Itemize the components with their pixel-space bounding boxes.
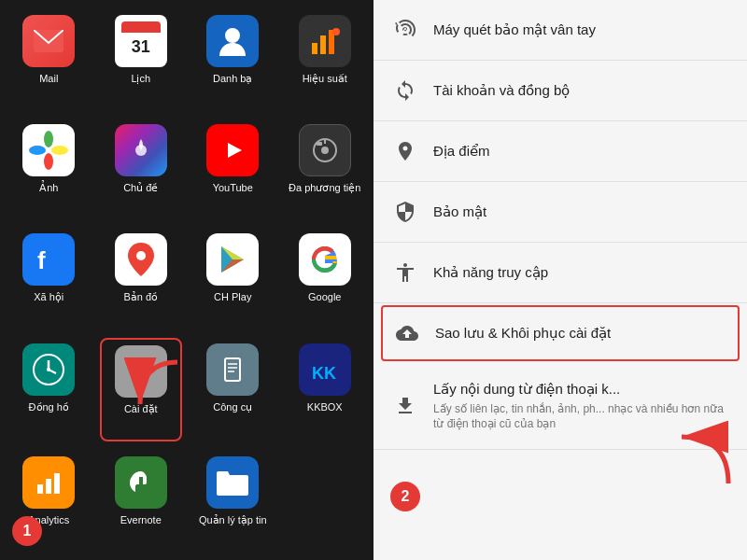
left-panel: Mail 31 Lịch Danh bạ — [0, 0, 374, 560]
tools-label: Công cụ — [213, 401, 252, 413]
app-calendar[interactable]: 31 Lịch — [100, 9, 183, 109]
security-icon — [392, 199, 418, 225]
youtube-icon — [206, 124, 259, 176]
settings-account[interactable]: Tài khoản và đồng bộ — [374, 61, 747, 121]
location-title: Địa điểm — [433, 142, 728, 161]
maps-icon — [115, 233, 167, 286]
kkbox-label: KKBOX — [307, 401, 343, 413]
clock-label: Đồng hồ — [29, 401, 69, 413]
evernote-label: Evernote — [120, 514, 162, 526]
app-google[interactable]: Google — [284, 228, 367, 328]
location-icon — [392, 138, 418, 164]
svg-point-14 — [321, 147, 329, 154]
maps-label: Bản đồ — [123, 291, 158, 303]
settings-location[interactable]: Địa điểm — [374, 121, 747, 182]
svg-rect-33 — [46, 479, 51, 494]
backup-icon — [394, 320, 420, 346]
calendar-label: Lịch — [131, 73, 150, 85]
google-label: Google — [308, 291, 341, 303]
mail-label: Mail — [39, 73, 58, 85]
backup-title: Sao lưu & Khôi phục cài đặt — [435, 324, 726, 343]
migrate-subtitle: Lấy số liên lạc, tin nhắn, ảnh, ph... nh… — [433, 401, 728, 433]
app-mail[interactable]: Mail — [7, 9, 91, 109]
settings-accessibility[interactable]: Khả năng truy cập — [374, 243, 747, 303]
app-themes[interactable]: Chủ đề — [100, 119, 183, 218]
app-kkbox[interactable]: KK KKBOX — [284, 338, 367, 441]
app-social[interactable]: f Xã hội — [7, 228, 91, 328]
svg-point-6 — [44, 131, 53, 147]
svg-point-9 — [29, 146, 46, 155]
fingerprint-icon — [392, 17, 418, 43]
fingerprint-text: Máy quét bảo mật vân tay — [433, 21, 728, 39]
settings-migrate[interactable]: Lấy nội dung từ điện thoại k... Lấy số l… — [374, 363, 747, 450]
migrate-icon — [392, 393, 418, 419]
app-grid: Mail 31 Lịch Danh bạ — [7, 9, 366, 551]
app-contacts[interactable]: Danh bạ — [191, 9, 275, 109]
account-title: Tài khoản và đồng bộ — [433, 81, 728, 100]
location-text: Địa điểm — [433, 142, 728, 161]
svg-rect-16 — [317, 142, 322, 146]
app-filemanager[interactable]: Quản lý tập tin — [191, 451, 275, 551]
settings-backup[interactable]: Sao lưu & Khôi phục cài đặt — [381, 305, 740, 361]
sync-icon — [392, 77, 418, 104]
tools-icon — [206, 343, 259, 396]
app-multimedia[interactable]: Đa phương tiện — [284, 119, 367, 218]
migrate-text: Lấy nội dung từ điện thoại k... Lấy số l… — [433, 380, 728, 432]
settings-security[interactable]: Bảo mật — [374, 182, 747, 243]
app-tools[interactable]: Công cụ — [191, 338, 275, 441]
social-label: Xã hội — [34, 291, 63, 303]
account-text: Tài khoản và đồng bộ — [433, 81, 728, 100]
migrate-title: Lấy nội dung từ điện thoại k... — [433, 380, 728, 399]
clock-icon — [22, 343, 75, 396]
app-clock[interactable]: Đồng hồ — [7, 338, 91, 441]
svg-rect-3 — [320, 35, 326, 54]
accessibility-title: Khả năng truy cập — [433, 263, 728, 282]
social-icon: f — [22, 233, 75, 286]
app-photos[interactable]: Ảnh — [7, 119, 91, 218]
fingerprint-title: Máy quét bảo mật vân tay — [433, 21, 728, 39]
chplay-icon — [206, 233, 259, 286]
kkbox-icon: KK — [299, 343, 351, 396]
chplay-label: CH Play — [214, 291, 251, 303]
settings-fingerprint[interactable]: Máy quét bảo mật vân tay — [374, 0, 747, 61]
step1-badge: 1 — [12, 516, 42, 546]
security-text: Bảo mật — [433, 203, 728, 221]
app-empty — [284, 451, 367, 551]
svg-rect-34 — [54, 473, 60, 494]
backup-text: Sao lưu & Khôi phục cài đặt — [435, 324, 726, 343]
app-performance[interactable]: Hiệu suất — [284, 9, 367, 109]
contacts-icon — [206, 15, 259, 67]
svg-text:KK: KK — [312, 364, 336, 383]
contacts-label: Danh bạ — [213, 73, 252, 85]
app-chplay[interactable]: CH Play — [191, 228, 275, 328]
mail-icon — [22, 15, 75, 67]
app-youtube[interactable]: YouTube — [191, 119, 275, 218]
performance-icon — [299, 15, 351, 67]
svg-rect-2 — [312, 43, 317, 54]
multimedia-label: Đa phương tiện — [289, 182, 360, 194]
svg-point-26 — [47, 368, 50, 371]
performance-label: Hiệu suất — [303, 73, 347, 85]
photos-icon — [22, 124, 75, 176]
app-analytics[interactable]: 1 Analytics — [7, 451, 91, 551]
settings-icon: ⚙ — [115, 345, 167, 398]
svg-rect-35 — [139, 477, 143, 484]
analytics-icon — [22, 456, 75, 509]
right-panel: Máy quét bảo mật vân tay Tài khoản và đồ… — [374, 0, 747, 560]
photos-label: Ảnh — [39, 182, 58, 194]
app-evernote[interactable]: Evernote — [100, 451, 183, 551]
svg-point-7 — [51, 146, 68, 155]
themes-label: Chủ đề — [123, 182, 158, 194]
settings-list: Máy quét bảo mật vân tay Tài khoản và đồ… — [374, 0, 747, 560]
svg-point-8 — [44, 153, 53, 170]
accessibility-text: Khả năng truy cập — [433, 263, 728, 282]
themes-icon — [115, 124, 167, 176]
youtube-label: YouTube — [213, 182, 253, 194]
svg-point-5 — [332, 28, 340, 35]
calendar-icon: 31 — [115, 15, 167, 67]
app-settings[interactable]: ⚙ Cài đặt — [100, 338, 183, 441]
accessibility-icon — [392, 259, 418, 286]
settings-label: Cài đặt — [124, 403, 158, 415]
app-maps[interactable]: Bản đồ — [100, 228, 183, 328]
google-icon — [299, 233, 351, 286]
